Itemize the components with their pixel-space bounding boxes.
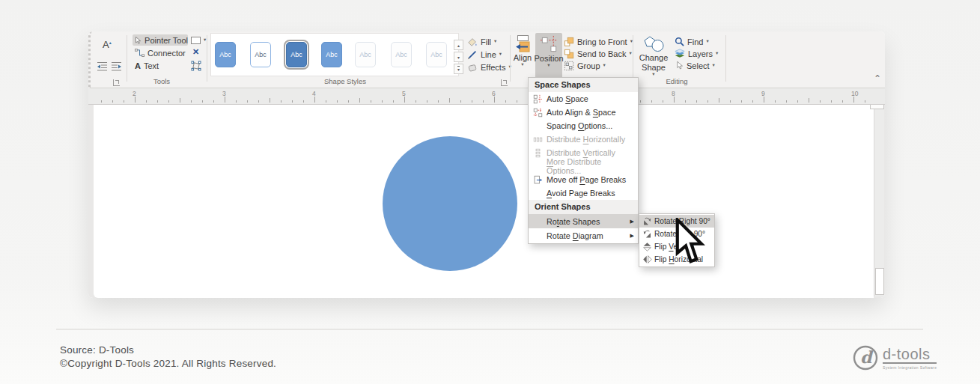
effects-button[interactable]: Effects ▾: [467, 61, 511, 73]
ruler-tick: [853, 97, 854, 103]
transform-tool-button[interactable]: [191, 61, 201, 71]
menu-item-rotate-diagram[interactable]: Rotate Diagram▶: [529, 228, 638, 243]
bring-to-front-button[interactable]: Bring to Front ▾: [564, 36, 633, 47]
menu-item-move-off-page-breaks[interactable]: Move off Page Breaks: [529, 173, 638, 186]
font-grow-button[interactable]: A▴: [103, 39, 112, 50]
indent-right-button[interactable]: [111, 61, 122, 71]
caret-down-icon: ▾: [603, 63, 606, 68]
group-separator: [510, 35, 511, 82]
paragraph-dialog-launcher[interactable]: [113, 79, 120, 86]
drawing-page[interactable]: [94, 105, 874, 298]
blue-circle-shape[interactable]: [383, 136, 517, 271]
ruler-tick: [707, 100, 708, 103]
text-tool-icon: A: [135, 61, 141, 70]
ruler-label: 3: [222, 90, 226, 97]
shape-styles-group-label: Shape Styles: [285, 77, 405, 85]
change-shape-button[interactable]: Change Shape ▾: [636, 34, 672, 77]
footer-source-text: Source: D-Tools: [60, 344, 276, 357]
line-button[interactable]: Line ▾: [467, 49, 502, 60]
shape-styles-gallery: AbcAbcAbcAbcAbcAbcAbc: [210, 33, 459, 76]
shape-style-swatch[interactable]: Abc: [215, 42, 236, 67]
indent-left-icon: [97, 61, 108, 71]
transform-icon: [191, 61, 201, 71]
line-label: Line: [481, 50, 496, 59]
layers-button[interactable]: Layers ▾: [675, 48, 718, 59]
gallery-scroll-down-button[interactable]: ▾: [454, 52, 463, 62]
ruler-tick: [797, 100, 798, 103]
gallery-more-button[interactable]: ▾: [454, 64, 463, 74]
shape-styles-dialog-launcher[interactable]: [501, 79, 508, 86]
ruler-tick: [112, 100, 113, 103]
select-button[interactable]: Select ▾: [675, 60, 715, 71]
ruler-tick: [247, 100, 248, 103]
menu-item-auto-align-space[interactable]: Auto Align & Space: [529, 106, 638, 119]
ruler-tick: [820, 100, 821, 103]
caret-down-icon: ▾: [716, 51, 718, 56]
pointer-tool-button[interactable]: Pointer Tool: [133, 34, 188, 46]
group-button[interactable]: Group ▾: [564, 60, 606, 71]
menu-section-header: Space Shapes: [529, 78, 638, 92]
menu-item-auto-space[interactable]: Auto Space: [529, 92, 638, 106]
ruler-tick: [696, 100, 697, 103]
shape-style-swatch-selected[interactable]: Abc: [286, 42, 307, 67]
menu-item-rotate-shapes[interactable]: Rotate Shapes▶: [529, 214, 638, 228]
ruler-tick: [741, 100, 742, 103]
group-separator: [725, 35, 726, 82]
menu-item-label: More Distribute Options...: [547, 157, 638, 175]
ruler-tick: [326, 100, 326, 103]
collapse-ribbon-button[interactable]: ⌃: [874, 73, 881, 84]
dtools-logo-mark-icon: d: [852, 344, 879, 371]
menu-item-distribute-horizontally[interactable]: Distribute Horizontally: [529, 132, 638, 146]
ruler-tick: [168, 100, 169, 103]
shape-style-swatch[interactable]: Abc: [391, 42, 412, 67]
caret-down-icon: ▾: [494, 39, 496, 44]
ruler-tick: [303, 100, 304, 103]
shape-style-swatch[interactable]: Abc: [321, 42, 342, 67]
flip-vertical-icon: [639, 242, 654, 252]
find-label: Find: [687, 37, 703, 46]
ruler-tick: [236, 100, 237, 103]
rectangle-tool-button[interactable]: ▾: [191, 34, 206, 46]
menu-item-avoid-page-breaks[interactable]: Avoid Page Breaks: [529, 186, 638, 200]
menu-item-label: Spacing Options...: [547, 121, 612, 130]
ruler-tick: [651, 100, 652, 103]
fill-button[interactable]: Fill ▾: [467, 36, 496, 47]
group-label: Group: [577, 61, 600, 70]
send-to-back-button[interactable]: Send to Back ▾: [564, 48, 632, 59]
ruler-tick: [764, 97, 764, 103]
scroll-up-button[interactable]: ▲: [870, 105, 884, 109]
shape-style-swatch[interactable]: Abc: [426, 42, 447, 67]
ruler-tick: [157, 100, 158, 103]
ruler-label: 5: [402, 90, 406, 97]
indent-left-button[interactable]: [97, 61, 108, 71]
caret-down-icon: ▾: [706, 39, 708, 44]
gallery-scroll-up-button[interactable]: ▴: [454, 40, 463, 50]
menu-item-spacing-options[interactable]: Spacing Options...: [529, 119, 638, 132]
caret-down-icon: ▾: [652, 72, 654, 77]
effects-icon: [467, 62, 478, 73]
scrollbar-thumb[interactable]: [875, 268, 884, 295]
shape-style-swatch[interactable]: Abc: [355, 42, 376, 67]
menu-item-label: Rotate Shapes: [547, 217, 600, 226]
ruler-tick: [752, 100, 753, 103]
ribbon: A▴ Pointer Tool Connector A Text: [88, 31, 885, 88]
connection-point-x-button[interactable]: ✕: [192, 47, 199, 57]
text-tool-button[interactable]: A Text: [133, 60, 159, 71]
scroll-up-icon: ▴: [457, 43, 460, 48]
group-separator: [127, 35, 127, 82]
rotate-left-icon: [639, 229, 654, 239]
ruler-tick: [730, 100, 731, 103]
ruler-tick: [640, 100, 641, 103]
vertical-scrollbar[interactable]: [874, 109, 884, 296]
ruler-tick: [449, 98, 450, 103]
more-styles-icon: ▾: [457, 66, 460, 72]
pointer-tool-label: Pointer Tool: [144, 36, 188, 45]
ruler-tick: [258, 100, 259, 103]
menu-item-more-distribute-options[interactable]: More Distribute Options...: [529, 159, 638, 173]
shape-style-swatch[interactable]: Abc: [250, 42, 271, 67]
find-button[interactable]: Find ▾: [675, 36, 709, 47]
auto-space-icon: [529, 94, 547, 104]
ruler-tick: [427, 100, 427, 103]
line-icon: [467, 49, 478, 60]
connector-button[interactable]: Connector: [133, 47, 186, 58]
